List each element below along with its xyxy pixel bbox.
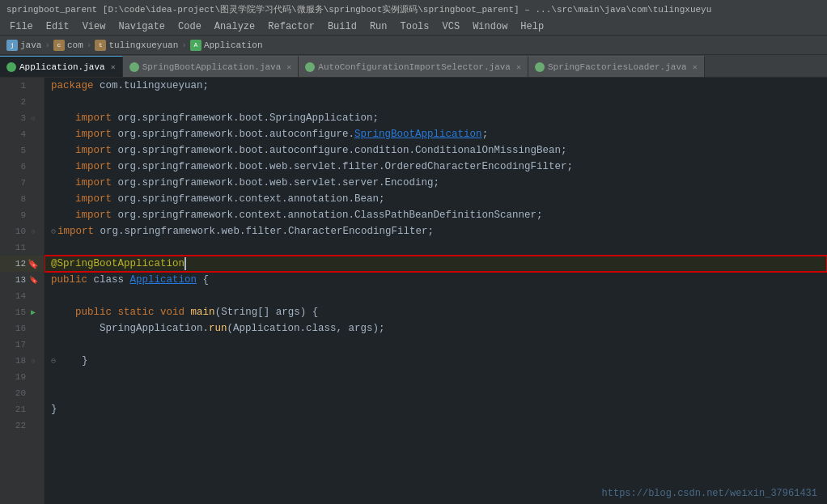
code-indent-4 bbox=[51, 129, 75, 140]
menu-build[interactable]: Build bbox=[321, 19, 363, 34]
code-pkg-7: org.springframework.boot.web.servlet.ser… bbox=[112, 177, 439, 188]
line-num-10: 10 bbox=[10, 227, 26, 236]
menu-help[interactable]: Help bbox=[514, 19, 550, 34]
breadcrumb-bar: j java › c com › t tulingxueyuan › A App… bbox=[0, 36, 827, 55]
code-params-15: (String[] args) { bbox=[215, 307, 319, 318]
code-indent-3 bbox=[51, 112, 75, 124]
gutter-icon-8 bbox=[28, 193, 39, 205]
code-line-2 bbox=[45, 94, 827, 110]
tab-application[interactable]: Application.java ✕ bbox=[0, 56, 123, 77]
gutter-icon-4 bbox=[28, 129, 39, 140]
code-pkg-3: org.springframework.boot.SpringApplicati… bbox=[112, 112, 379, 124]
code-main-15: main bbox=[191, 307, 215, 318]
app-class-icon: A bbox=[190, 40, 201, 51]
menu-analyze[interactable]: Analyze bbox=[208, 19, 261, 34]
line-num-22: 22 bbox=[10, 421, 26, 430]
menu-bar: File Edit View Navigate Code Analyze Ref… bbox=[0, 18, 827, 36]
code-closebrace-18: } bbox=[82, 355, 88, 366]
menu-refactor[interactable]: Refactor bbox=[261, 19, 321, 34]
gutter-icon-3: ⊖ bbox=[28, 112, 39, 124]
menu-view[interactable]: View bbox=[76, 19, 112, 34]
breadcrumb-item-java[interactable]: j java bbox=[6, 40, 41, 51]
breadcrumb-item-application[interactable]: A Application bbox=[190, 40, 263, 51]
code-kw-1: package bbox=[51, 80, 94, 91]
title-bar: springboot_parent [D:\code\idea-project\… bbox=[0, 0, 827, 18]
menu-file[interactable]: File bbox=[3, 19, 40, 34]
tab-autoconfiguration[interactable]: AutoConfigurationImportSelector.java ✕ bbox=[299, 56, 528, 77]
code-line-15: public static void main(String[] args) { bbox=[45, 304, 827, 320]
menu-navigate[interactable]: Navigate bbox=[112, 19, 172, 34]
gutter-line-10: 10 ⊖ bbox=[0, 223, 44, 239]
gutter-line-13: 13 🔖 bbox=[0, 272, 44, 288]
gutter-icon-19 bbox=[28, 371, 39, 383]
code-line-16: SpringApplication.run(Application.class,… bbox=[45, 320, 827, 337]
line-num-21: 21 bbox=[10, 404, 26, 414]
code-line-22 bbox=[45, 417, 827, 434]
editor-area: 1 2 3 ⊖ 4 5 6 7 bbox=[0, 78, 827, 504]
code-import-9: import bbox=[75, 210, 112, 221]
gutter-line-20: 20 bbox=[0, 385, 44, 401]
tab-auto-close[interactable]: ✕ bbox=[516, 62, 521, 72]
code-line-20 bbox=[45, 385, 827, 401]
menu-run[interactable]: Run bbox=[363, 19, 394, 34]
breadcrumb-item-com[interactable]: c com bbox=[53, 40, 83, 51]
tab-springbootapplication[interactable]: SpringBootApplication.java ✕ bbox=[123, 56, 299, 77]
gutter-line-8: 8 bbox=[0, 191, 44, 207]
gutter-icon-13-bookmark: 🔖 bbox=[28, 274, 39, 286]
code-content[interactable]: package com.tulingxueyuan; import org.sp… bbox=[45, 78, 827, 504]
code-import-4: import bbox=[75, 129, 112, 140]
tab-factories-icon bbox=[535, 62, 545, 72]
gutter-icon-20 bbox=[28, 388, 39, 399]
code-class-13: class bbox=[87, 274, 130, 286]
gutter-line-6: 6 bbox=[0, 159, 44, 175]
gutter-line-4: 4 bbox=[0, 126, 44, 142]
tab-bar: Application.java ✕ SpringBootApplication… bbox=[0, 55, 827, 78]
line-num-1: 1 bbox=[10, 81, 26, 91]
line-number-gutter: 1 2 3 ⊖ 4 5 6 7 bbox=[0, 78, 45, 504]
fold-icon-10[interactable]: ⊖ bbox=[51, 227, 56, 236]
code-semi-4: ; bbox=[482, 129, 489, 140]
tab-application-close[interactable]: ✕ bbox=[111, 62, 116, 72]
gutter-run-icon-15[interactable]: ▶ bbox=[28, 307, 39, 318]
gutter-line-5: 5 bbox=[0, 142, 44, 159]
menu-tools[interactable]: Tools bbox=[394, 19, 436, 34]
code-line-13: public class Application { bbox=[45, 272, 827, 288]
breadcrumb-item-tuling[interactable]: t tulingxueyuan bbox=[95, 40, 178, 51]
menu-edit[interactable]: Edit bbox=[40, 19, 76, 34]
tab-springfactoriesloader[interactable]: SpringFactoriesLoader.java ✕ bbox=[528, 56, 705, 77]
code-line-7: import org.springframework.boot.web.serv… bbox=[45, 175, 827, 191]
code-line-6: import org.springframework.boot.web.serv… bbox=[45, 159, 827, 175]
gutter-icon-16 bbox=[28, 323, 39, 334]
menu-window[interactable]: Window bbox=[466, 19, 514, 34]
code-pkg-10: org.springframework.web.filter.Character… bbox=[94, 226, 434, 237]
gutter-icon-7 bbox=[28, 177, 39, 188]
java-folder-icon: j bbox=[6, 40, 18, 51]
code-annotation-12: @SpringBootApplication bbox=[51, 258, 184, 269]
menu-vcs[interactable]: VCS bbox=[436, 19, 467, 34]
tab-spring-label: SpringBootApplication.java bbox=[142, 62, 282, 72]
code-line-5: import org.springframework.boot.autoconf… bbox=[45, 142, 827, 159]
line-num-8: 8 bbox=[10, 194, 26, 204]
code-public-13: public bbox=[51, 274, 87, 286]
code-appname-13[interactable]: Application bbox=[130, 274, 197, 286]
line-num-2: 2 bbox=[10, 97, 26, 107]
gutter-line-11: 11 bbox=[0, 239, 44, 256]
gutter-line-21: 21 bbox=[0, 401, 44, 417]
tab-factories-close[interactable]: ✕ bbox=[693, 62, 698, 72]
code-indent-8 bbox=[51, 193, 75, 205]
code-line-11 bbox=[45, 239, 827, 256]
code-import-10: import bbox=[57, 226, 94, 237]
gutter-line-17: 17 bbox=[0, 337, 44, 353]
fold-icon-18[interactable]: ⊖ bbox=[51, 356, 56, 366]
line-num-5: 5 bbox=[10, 146, 26, 155]
line-num-9: 9 bbox=[10, 210, 26, 220]
line-num-20: 20 bbox=[10, 388, 26, 398]
tab-spring-close[interactable]: ✕ bbox=[286, 62, 291, 72]
code-import-7: import bbox=[75, 177, 112, 188]
code-line-4: import org.springframework.boot.autoconf… bbox=[45, 126, 827, 142]
code-closebrace-21: } bbox=[51, 404, 57, 415]
code-link-4[interactable]: SpringBootApplication bbox=[354, 129, 482, 140]
menu-code[interactable]: Code bbox=[172, 19, 208, 34]
code-import-8: import bbox=[75, 193, 112, 205]
gutter-icon-5 bbox=[28, 145, 39, 156]
